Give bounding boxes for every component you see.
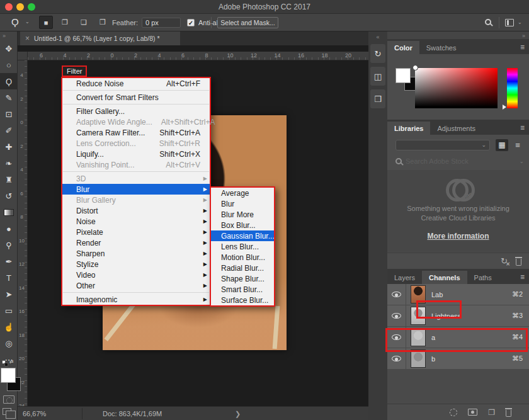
hue-marker[interactable] bbox=[503, 105, 506, 110]
chevron-down-icon[interactable]: ⌄ bbox=[518, 20, 522, 25]
path-selection-tool[interactable]: ➤ bbox=[0, 286, 18, 302]
eye-icon[interactable] bbox=[392, 292, 401, 297]
menu-item-gaussian-blur[interactable]: Gaussian Blur... bbox=[211, 230, 274, 241]
grid-view-button[interactable]: ▦ bbox=[496, 139, 508, 151]
quick-mask-button[interactable] bbox=[3, 395, 14, 404]
foreground-color-chip[interactable] bbox=[395, 68, 411, 83]
close-tab-icon[interactable]: × bbox=[25, 34, 30, 43]
more-tools[interactable]: ⋯ bbox=[0, 351, 18, 368]
anti-alias-checkbox[interactable]: ✓ bbox=[187, 19, 195, 26]
load-selection-icon[interactable] bbox=[450, 409, 457, 416]
properties-panel-icon[interactable]: ◫ bbox=[370, 67, 385, 86]
blur-tool[interactable]: ● bbox=[0, 220, 18, 237]
gradient-tool[interactable] bbox=[0, 204, 18, 220]
menu-item-adaptive-wide-angle[interactable]: Adaptive Wide Angle...Alt+Shift+Ctrl+A bbox=[62, 116, 210, 127]
menu-item-sharpen[interactable]: Sharpen▶ bbox=[62, 248, 210, 259]
menu-item-stylize[interactable]: Stylize▶ bbox=[62, 259, 210, 270]
panel-menu-icon[interactable]: ≡ bbox=[520, 123, 525, 132]
history-brush-tool[interactable]: ↺ bbox=[0, 188, 18, 204]
foreground-color-swatch[interactable] bbox=[1, 368, 16, 383]
menu-item-other[interactable]: Other▶ bbox=[62, 280, 210, 291]
expand-toolbar-icon[interactable]: » bbox=[0, 31, 17, 40]
select-and-mask-button[interactable]: Select and Mask... bbox=[217, 17, 278, 28]
color-tab-swatches[interactable]: Swatches bbox=[419, 41, 464, 54]
crop-tool[interactable]: ⊡ bbox=[0, 106, 18, 122]
menu-item-pixelate[interactable]: Pixelate▶ bbox=[62, 227, 210, 237]
lasso-tool-icon[interactable]: Ϙ bbox=[11, 16, 19, 27]
panel-menu-icon[interactable]: ≡ bbox=[520, 43, 525, 52]
expand-panels-icon[interactable]: » bbox=[522, 33, 525, 39]
menu-item-liquify[interactable]: Liquify...Shift+Ctrl+X bbox=[62, 149, 210, 159]
menu-item-camera-raw-filter[interactable]: Camera Raw Filter...Shift+Ctrl+A bbox=[62, 127, 210, 138]
menu-item-blur-more[interactable]: Blur More bbox=[211, 209, 274, 220]
menu-item-filter-gallery[interactable]: Filter Gallery... bbox=[62, 106, 210, 116]
libraries-tab-libraries[interactable]: Libraries bbox=[387, 122, 430, 135]
quick-selection-tool[interactable]: ✎ bbox=[0, 89, 18, 106]
menu-item-motion-blur[interactable]: Motion Blur... bbox=[211, 252, 274, 263]
delete-channel-icon[interactable] bbox=[506, 410, 511, 417]
intersect-selection-icon[interactable]: ❒ bbox=[96, 16, 110, 29]
eye-icon[interactable] bbox=[392, 356, 401, 361]
type-tool[interactable]: T bbox=[0, 270, 18, 286]
add-to-selection-icon[interactable]: ❐ bbox=[58, 16, 72, 29]
sync-error-icon[interactable]: ↻✕ bbox=[501, 256, 508, 266]
save-selection-as-channel-icon[interactable] bbox=[468, 409, 477, 416]
menu-item-video[interactable]: Video▶ bbox=[62, 270, 210, 280]
menu-item-average[interactable]: Average bbox=[211, 188, 274, 198]
chevron-down-icon[interactable]: ⌄ bbox=[25, 19, 30, 25]
new-channel-icon[interactable]: ❐ bbox=[488, 408, 495, 417]
list-view-button[interactable]: ≡ bbox=[511, 139, 524, 151]
menu-item-convert-for-smart-filters[interactable]: Convert for Smart Filters bbox=[62, 92, 210, 103]
channels-tab-paths[interactable]: Paths bbox=[467, 271, 499, 284]
library-select-dropdown[interactable]: ⌄ bbox=[395, 140, 490, 150]
marquee-tool[interactable]: ○ bbox=[0, 57, 18, 73]
zoom-tool[interactable]: ◎ bbox=[0, 335, 18, 351]
feather-input[interactable]: 0 px bbox=[142, 18, 181, 28]
hand-tool[interactable]: ☝ bbox=[0, 319, 18, 335]
color-tab-color[interactable]: Color bbox=[387, 41, 419, 54]
menu-item-render[interactable]: Render▶ bbox=[62, 237, 210, 248]
new-selection-icon[interactable]: ■ bbox=[39, 16, 53, 29]
workspace-icon[interactable] bbox=[505, 19, 514, 26]
menu-item-distort[interactable]: Distort▶ bbox=[62, 205, 210, 216]
menu-item-blur-gallery[interactable]: Blur Gallery▶ bbox=[62, 195, 210, 205]
menu-item-3d[interactable]: 3D▶ bbox=[62, 173, 210, 184]
lasso-tool[interactable]: Ϙ bbox=[0, 73, 18, 89]
healing-brush-tool[interactable]: ✚ bbox=[0, 139, 18, 155]
menu-item-noise[interactable]: Noise▶ bbox=[62, 216, 210, 227]
search-icon[interactable] bbox=[485, 19, 491, 25]
document-tab[interactable]: × Untitled-1 @ 66,7% (Layer 1 copy, Lab/… bbox=[20, 31, 180, 45]
saturation-field[interactable] bbox=[415, 68, 498, 108]
collapse-panels-icon[interactable]: « bbox=[368, 31, 387, 40]
menu-item-vanishing-point[interactable]: Vanishing Point...Alt+Ctrl+V bbox=[62, 159, 210, 170]
subtract-from-selection-icon[interactable]: ❏ bbox=[77, 16, 91, 29]
menu-item-shape-blur[interactable]: Shape Blur... bbox=[211, 273, 274, 284]
visibility-cell[interactable] bbox=[387, 305, 406, 326]
clone-stamp-tool[interactable]: ♜ bbox=[0, 171, 18, 188]
menu-item-smart-blur[interactable]: Smart Blur... bbox=[211, 284, 274, 295]
libraries-tab-adjustments[interactable]: Adjustments bbox=[430, 122, 482, 135]
move-tool[interactable]: ✥ bbox=[0, 40, 18, 57]
menu-item-blur[interactable]: Blur bbox=[211, 198, 274, 209]
device-preview-panel-icon[interactable]: ❒ bbox=[370, 89, 385, 108]
filter-menu-header[interactable]: Filter bbox=[62, 65, 87, 77]
menu-item-surface-blur[interactable]: Surface Blur... bbox=[211, 295, 274, 305]
saturation-marker[interactable] bbox=[412, 65, 418, 71]
screen-mode-button[interactable] bbox=[3, 408, 11, 415]
eyedropper-tool[interactable]: ✐ bbox=[0, 122, 18, 139]
dodge-tool[interactable]: ⚲ bbox=[0, 237, 18, 253]
search-adobe-stock-field[interactable]: Search Adobe Stock ⌄ bbox=[395, 156, 524, 166]
pen-tool[interactable]: ✒ bbox=[0, 253, 18, 270]
menu-item-imagenomic[interactable]: Imagenomic▶ bbox=[62, 294, 210, 305]
panel-menu-icon[interactable]: ≡ bbox=[520, 273, 525, 281]
channels-tab-layers[interactable]: Layers bbox=[387, 271, 422, 284]
visibility-cell[interactable] bbox=[387, 284, 406, 305]
zoom-level[interactable]: 66,67% bbox=[23, 410, 79, 417]
menu-item-reduce-noise[interactable]: Reduce NoiseAlt+Ctrl+F bbox=[62, 78, 210, 89]
channels-tab-channels[interactable]: Channels bbox=[422, 271, 467, 284]
shape-tool[interactable]: ▭ bbox=[0, 302, 18, 319]
more-information-link[interactable]: More information bbox=[428, 232, 489, 241]
swap-colors-icon[interactable]: ⇄ bbox=[9, 359, 14, 365]
status-options-chevron-icon[interactable]: ❯ bbox=[235, 410, 241, 418]
eye-icon[interactable] bbox=[392, 313, 401, 319]
